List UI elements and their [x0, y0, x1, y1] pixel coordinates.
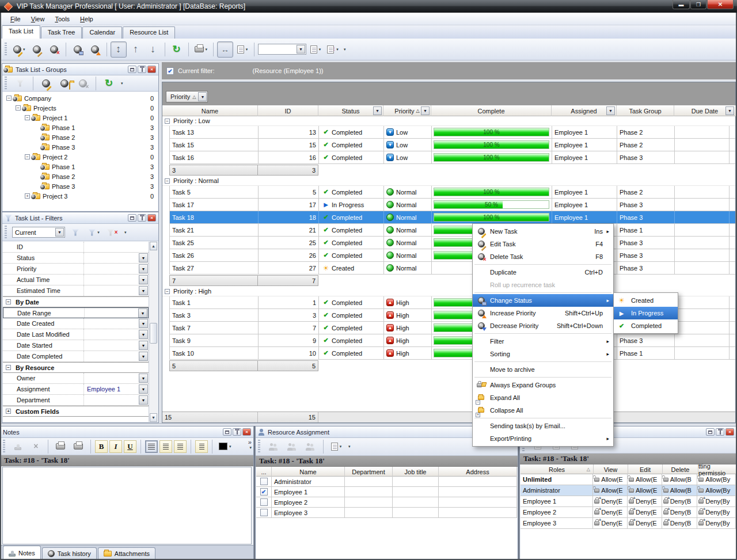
- filter-dropdown-button[interactable]: ▼: [139, 330, 148, 339]
- column-header-name[interactable]: Name: [162, 105, 258, 116]
- save-note-button[interactable]: [10, 439, 26, 455]
- group-collapse-icon[interactable]: −: [165, 178, 170, 184]
- resource-row-administrator[interactable]: Administrator: [256, 477, 517, 487]
- groups-pin-button[interactable]: [138, 66, 146, 73]
- task-row[interactable]: Task 55✔CompletedNormal100 %Employee 1Ph…: [169, 186, 735, 199]
- filter-row-date-started[interactable]: Date Started▼: [3, 340, 149, 351]
- current-filter-checkbox[interactable]: [166, 67, 174, 75]
- res-col-address[interactable]: Address: [439, 467, 517, 477]
- new-task-button[interactable]: ▾: [11, 41, 28, 58]
- task-row[interactable]: Task 1010✔Completed▴High100 %Employee 1P…: [169, 347, 735, 360]
- group-by-chip-priority[interactable]: Priority △ ▼: [166, 91, 208, 102]
- vertical-splitter-1[interactable]: [254, 426, 255, 560]
- fit-columns-button[interactable]: ↔: [217, 41, 233, 58]
- column-filter-button[interactable]: ▼: [421, 106, 430, 115]
- tree-toggle-icon[interactable]: −: [6, 96, 12, 101]
- perm-col-tting-permissio[interactable]: tting permissio: [698, 464, 737, 474]
- context-menu-item-change-status[interactable]: Change Status▸: [473, 294, 613, 307]
- column-header-task-group[interactable]: Task Group: [617, 105, 674, 116]
- filter-row-department[interactable]: Department▼: [3, 395, 149, 406]
- filter-row-date-created[interactable]: Date Created▼: [3, 318, 149, 329]
- remove-resource-button[interactable]: [302, 439, 318, 455]
- perm-col-delete[interactable]: Delete: [663, 464, 698, 474]
- export-button[interactable]: ▾: [192, 41, 210, 58]
- delete-group-button[interactable]: ×: [75, 75, 91, 92]
- group-collapse-icon[interactable]: −: [165, 289, 170, 294]
- permissions-close-button[interactable]: ×: [725, 428, 734, 436]
- filter-dropdown-button[interactable]: ▼: [139, 253, 148, 262]
- filter-preset-combobox[interactable]: Current▼: [12, 227, 65, 238]
- minimize-button[interactable]: ▬: [673, 0, 690, 9]
- filter-row-actual-time[interactable]: Actual Time▼: [3, 275, 149, 285]
- tab-task-tree[interactable]: Task Tree: [41, 26, 82, 39]
- resource-checkbox[interactable]: [260, 488, 268, 496]
- task-row[interactable]: Task 1818✔CompletedNormal100 %Employee 1…: [169, 211, 735, 224]
- filter-dropdown-button[interactable]: ▼: [139, 352, 148, 361]
- layout-combobox[interactable]: ▼: [258, 44, 306, 55]
- tree-item-project-1[interactable]: −Project 10: [3, 113, 158, 123]
- group-header-priority-normal[interactable]: −Priority : Normal: [162, 176, 735, 186]
- scroll-down-arrow[interactable]: ▼: [150, 413, 157, 422]
- save-filter-button[interactable]: ▾: [86, 224, 102, 241]
- permission-row-employee-1[interactable]: Employee 1Deny(EDeny(EDeny(BDeny(By: [521, 496, 736, 507]
- priority-up-button[interactable]: [87, 41, 103, 58]
- new-group-button[interactable]: [38, 75, 54, 92]
- filter-dropdown-button[interactable]: ▼: [139, 264, 148, 273]
- restore-button[interactable]: ❐: [690, 0, 706, 9]
- filters-toolbar-grip[interactable]: [5, 226, 7, 239]
- tree-toggle-icon[interactable]: −: [25, 154, 30, 159]
- context-menu-item-decrease-priority[interactable]: Decrease PriorityShift+Ctrl+Down: [473, 319, 613, 332]
- column-header-id[interactable]: ID: [258, 105, 318, 116]
- group-toggle-icon[interactable]: +: [6, 409, 11, 414]
- notes-toolbar-grip[interactable]: [3, 440, 5, 454]
- resource-checkbox[interactable]: [260, 509, 268, 516]
- delete-task-button[interactable]: ×: [46, 41, 62, 58]
- menu-help[interactable]: Help: [75, 14, 98, 24]
- task-row[interactable]: Task 2727☀CreatedNormalEmployee 1Phase 3: [169, 262, 735, 275]
- task-list-button[interactable]: [70, 41, 86, 58]
- submenu-item-created[interactable]: ☀Created: [614, 294, 678, 307]
- perm-col-edit[interactable]: Edit: [628, 464, 663, 474]
- edit-resource-button[interactable]: [284, 439, 300, 455]
- filter-dropdown-button[interactable]: ▼: [139, 341, 148, 350]
- permission-row-employee-3[interactable]: Employee 3Deny(EDeny(EDeny(BDeny(By: [521, 518, 736, 529]
- close-button[interactable]: ✕: [707, 0, 734, 9]
- column-filter-button[interactable]: ▼: [725, 106, 734, 115]
- filter-row-status[interactable]: Status▼: [3, 253, 149, 264]
- filter-dropdown-button[interactable]: ▼: [139, 395, 148, 405]
- menu-tools[interactable]: Tools: [50, 14, 74, 24]
- context-menu-item-duplicate[interactable]: DuplicateCtrl+D: [473, 266, 613, 279]
- res-col-department[interactable]: Department: [345, 467, 393, 477]
- group-by-chip-dropdown[interactable]: ▼: [198, 92, 207, 101]
- scroll-up-arrow[interactable]: ▲: [150, 242, 157, 250]
- filters-minimize-button[interactable]: [128, 214, 136, 222]
- task-row[interactable]: Task 1717▶In ProgressNormal50 %Employee …: [169, 199, 735, 211]
- permissions-minimize-button[interactable]: [706, 428, 715, 436]
- align-center-button[interactable]: [159, 440, 172, 453]
- filter-row-date-range[interactable]: Date Range▼: [3, 307, 149, 318]
- filter-row-assignment[interactable]: AssignmentEmployee 1▼: [3, 384, 149, 395]
- group-header-priority-low[interactable]: −Priority : Low: [162, 116, 735, 126]
- filter-dropdown-button[interactable]: ▼: [138, 308, 147, 318]
- filter-row-id[interactable]: ID: [3, 242, 149, 253]
- permission-row-administrator[interactable]: AdministratorAllow(EAllow(EAllow(BAllow(…: [521, 485, 736, 496]
- filter-dropdown-button[interactable]: ▼: [139, 275, 148, 284]
- column-header-priority[interactable]: Priority△▼: [383, 105, 431, 116]
- filters-toolbar-overflow[interactable]: ▾: [124, 230, 127, 235]
- context-menu-item-increase-priority[interactable]: Increase PriorityShift+Ctrl+Up: [473, 307, 613, 319]
- expand-collapse-button[interactable]: ↕: [111, 41, 127, 58]
- filter-row-date-last-modified[interactable]: Date Last Modified▼: [3, 329, 149, 340]
- move-down-button[interactable]: ↓: [145, 41, 161, 58]
- res-col-[interactable]: ...: [256, 467, 272, 477]
- menu-file[interactable]: File: [6, 14, 25, 24]
- tree-item-phase-3[interactable]: Phase 33: [3, 181, 158, 191]
- task-row[interactable]: Task 99✔Completed▴High100 %Employee 1Pha…: [169, 334, 735, 347]
- context-menu-item-delete-task[interactable]: ×Delete TaskF8: [473, 250, 613, 263]
- resource-row-employee-3[interactable]: Employee 3: [256, 508, 517, 518]
- context-menu-item-sorting[interactable]: Sorting▸: [473, 348, 613, 360]
- filter-dropdown-button[interactable]: ▼: [139, 286, 148, 295]
- align-left-button[interactable]: [145, 440, 158, 453]
- groups-minimize-button[interactable]: [128, 66, 136, 73]
- apply-filter-button[interactable]: [67, 224, 83, 241]
- context-menu-item-filter[interactable]: Filter▸: [473, 335, 613, 348]
